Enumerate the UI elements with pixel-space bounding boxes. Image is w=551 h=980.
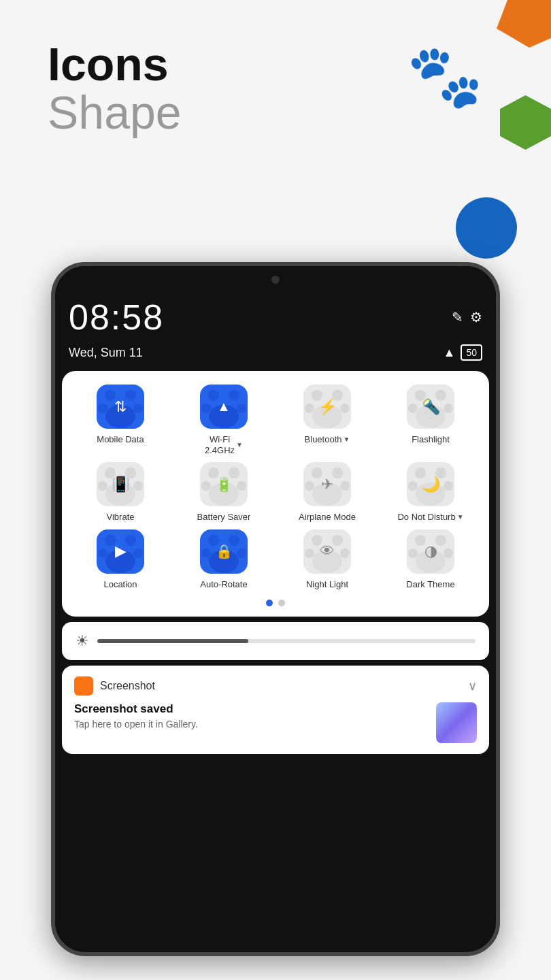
qs-item-battery-saver[interactable]: 🔋 Battery Saver [176, 462, 272, 523]
qs-item-bluetooth[interactable]: ⚡ Bluetooth ▼ [279, 385, 375, 455]
svg-point-41 [125, 535, 136, 546]
flashlight-label: Flashlight [412, 434, 450, 445]
wifi-icon-wrap: ▲ [200, 385, 248, 429]
brightness-fill [97, 639, 248, 643]
svg-point-12 [305, 404, 314, 413]
quick-settings-grid: ⇅ Mobile Data ▲ [72, 385, 479, 589]
page-dots [72, 600, 479, 606]
notification-header: Screenshot ∨ [74, 676, 477, 696]
phone-top-bar [55, 266, 496, 293]
settings-icon: ⚙ [470, 309, 482, 325]
location-label: Location [103, 579, 137, 590]
bluetooth-label: Bluetooth [305, 434, 342, 445]
qs-item-wifi[interactable]: ▲ Wi-Fi2.4GHz ▼ [176, 385, 272, 455]
night-light-icon-wrap: 👁 [303, 529, 351, 574]
night-light-label: Night Light [306, 579, 348, 590]
svg-point-18 [444, 404, 453, 413]
deco-blue-circle [456, 197, 517, 259]
battery-indicator: 50 [461, 344, 482, 361]
qs-item-flashlight[interactable]: 🔦 Flashlight [382, 385, 479, 455]
page-dot-1[interactable] [266, 600, 273, 606]
svg-point-27 [201, 481, 211, 491]
mobile-data-label: Mobile Data [97, 434, 144, 445]
svg-point-33 [340, 481, 350, 491]
notification-app-name: Screenshot [100, 680, 155, 692]
notification-title: Screenshot saved [74, 702, 428, 716]
page-dot-2[interactable] [278, 600, 285, 606]
gnome-paw-logo: 🐾 [407, 41, 483, 112]
qs-item-auto-rotate[interactable]: 🔒 Auto-Rotate [176, 529, 272, 590]
qs-item-night-light[interactable]: 👁 Night Light [279, 529, 375, 590]
notification-chevron[interactable]: ∨ [468, 679, 477, 693]
deco-green-shape [500, 95, 551, 150]
date-display: Wed, Sum 11 [69, 346, 143, 360]
volume-up-button[interactable] [497, 389, 500, 429]
svg-point-53 [340, 549, 350, 558]
edit-icon: ✎ [452, 309, 463, 325]
svg-point-8 [237, 404, 246, 413]
svg-point-23 [133, 481, 143, 491]
page-subtitle: Shape [48, 87, 182, 138]
deco-orange-shape [497, 0, 551, 48]
svg-point-17 [408, 404, 418, 413]
airplane-label: Airplane Mode [299, 512, 356, 523]
notification-card[interactable]: Screenshot ∨ Screenshot saved Tap here t… [62, 666, 489, 754]
svg-point-52 [305, 549, 314, 558]
svg-point-1 [125, 390, 136, 401]
qs-item-vibrate[interactable]: 📳 Vibrate [72, 462, 169, 523]
qs-item-airplane[interactable]: ✈ Airplane Mode [279, 462, 375, 523]
airplane-icon-wrap: ✈ [303, 462, 351, 506]
vibrate-icon-wrap: 📳 [97, 462, 144, 506]
date-bar: Wed, Sum 11 ▲ 50 [55, 341, 496, 371]
battery-saver-icon-wrap: 🔋 [200, 462, 248, 506]
battery-saver-label: Battery Saver [197, 512, 251, 523]
brightness-icon: ☀ [76, 632, 89, 650]
svg-point-31 [332, 468, 343, 478]
status-icons: ✎ ⚙ [452, 309, 482, 325]
svg-point-57 [408, 549, 418, 558]
page-title: Icons [48, 41, 182, 87]
qs-item-dnd[interactable]: 🌙 Do Not Disturb ▼ [382, 462, 479, 523]
svg-point-48 [237, 549, 246, 558]
status-bar: 08:58 ✎ ⚙ [55, 293, 496, 341]
flashlight-icon-wrap: 🔦 [407, 385, 454, 429]
dark-theme-icon-wrap: ◑ [407, 529, 454, 574]
svg-point-38 [444, 481, 453, 491]
svg-point-2 [98, 404, 107, 413]
notification-subtitle: Tap here to open it in Gallery. [74, 719, 428, 730]
svg-point-42 [98, 549, 107, 558]
location-icon-wrap: ▶ [97, 529, 144, 574]
quick-settings-panel: ⇅ Mobile Data ▲ [62, 371, 489, 617]
auto-rotate-icon-wrap: 🔒 [200, 529, 248, 574]
header-section: Icons Shape [48, 41, 182, 138]
volume-down-button[interactable] [497, 443, 500, 511]
dnd-icon-wrap: 🌙 [407, 462, 454, 506]
svg-point-3 [133, 404, 143, 413]
wifi-status-icon: ▲ [444, 346, 456, 360]
notification-app-icon [74, 676, 93, 696]
brightness-track[interactable] [97, 639, 475, 643]
mobile-data-icon-wrap: ⇅ [97, 385, 144, 429]
svg-point-22 [98, 481, 107, 491]
svg-point-13 [340, 404, 350, 413]
qs-item-mobile-data[interactable]: ⇅ Mobile Data [72, 385, 169, 455]
phone-screen: 08:58 ✎ ⚙ Wed, Sum 11 ▲ 50 [55, 266, 496, 952]
svg-point-7 [201, 404, 211, 413]
svg-point-37 [408, 481, 418, 491]
qs-item-dark-theme[interactable]: ◑ Dark Theme [382, 529, 479, 590]
svg-point-32 [305, 481, 314, 491]
qs-item-location[interactable]: ▶ Location [72, 529, 169, 590]
time-display: 08:58 [69, 297, 164, 338]
svg-point-47 [201, 549, 211, 558]
wifi-label: Wi-Fi2.4GHz [205, 434, 235, 455]
camera-dot [271, 276, 280, 284]
bluetooth-icon-wrap: ⚡ [303, 385, 351, 429]
brightness-bar[interactable]: ☀ [62, 622, 489, 660]
svg-point-58 [444, 549, 453, 558]
auto-rotate-label: Auto-Rotate [200, 579, 247, 590]
dark-theme-label: Dark Theme [406, 579, 454, 590]
svg-point-28 [237, 481, 246, 491]
notification-thumbnail [436, 702, 477, 743]
vibrate-label: Vibrate [107, 512, 135, 523]
dnd-label: Do Not Disturb [397, 512, 455, 523]
